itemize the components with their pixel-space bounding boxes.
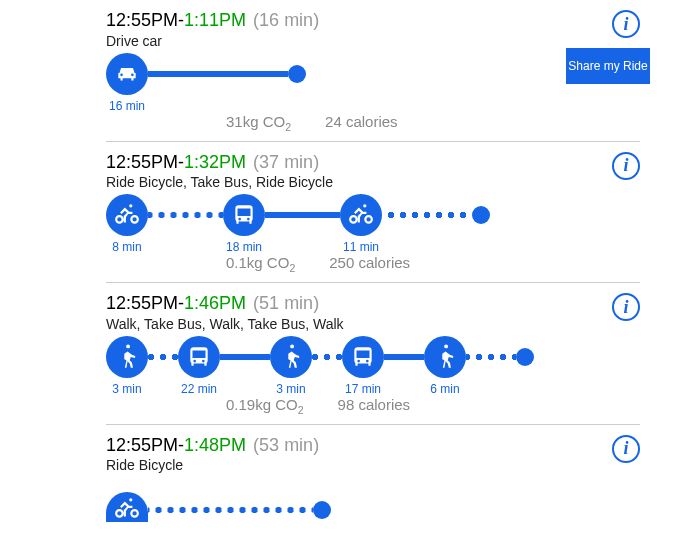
start-time: 12:55PM bbox=[106, 152, 178, 172]
connector bbox=[312, 354, 342, 360]
route-option[interactable]: 12:55PM-1:48PM (53 min) Ride Bicycle i bbox=[106, 425, 640, 535]
route-option[interactable]: 12:55PM-1:32PM (37 min) Ride Bicycle, Ta… bbox=[106, 142, 640, 284]
co2-stat: 0.1kg CO2 bbox=[226, 254, 295, 274]
segment-bar bbox=[106, 481, 640, 533]
route-stats: 31kg CO2 24 calories bbox=[226, 113, 640, 133]
connector bbox=[148, 71, 288, 77]
segment-duration: 11 min bbox=[343, 240, 379, 254]
end-time: 1:11PM bbox=[184, 10, 246, 30]
segment-bus: 17 min bbox=[342, 336, 384, 396]
segment-duration: 17 min bbox=[345, 382, 381, 396]
walk-icon bbox=[424, 336, 466, 378]
start-time: 12:55PM bbox=[106, 293, 178, 313]
route-description: Ride Bicycle, Take Bus, Ride Bicycle bbox=[106, 174, 640, 190]
info-icon[interactable]: i bbox=[612, 10, 640, 38]
segment-duration: 18 min bbox=[226, 240, 262, 254]
calories-stat: 98 calories bbox=[338, 396, 411, 416]
segment-duration: 8 min bbox=[112, 240, 141, 254]
trip-duration: (16 min) bbox=[253, 10, 319, 30]
connector bbox=[148, 507, 313, 513]
bike-icon bbox=[106, 492, 148, 522]
route-stats: 0.1kg CO2 250 calories bbox=[226, 254, 640, 274]
bike-icon bbox=[106, 194, 148, 236]
walk-icon bbox=[106, 336, 148, 378]
segment-duration: 3 min bbox=[276, 382, 305, 396]
bus-icon bbox=[342, 336, 384, 378]
end-time: 1:32PM bbox=[184, 152, 246, 172]
segment-bike: 8 min bbox=[106, 194, 148, 254]
trip-duration: (37 min) bbox=[253, 152, 319, 172]
segment-bus: 18 min bbox=[223, 194, 265, 254]
segment-bus: 22 min bbox=[178, 336, 220, 396]
destination-dot bbox=[288, 65, 306, 83]
co2-stat: 0.19kg CO2 bbox=[226, 396, 304, 416]
segment-bike: 11 min bbox=[340, 194, 382, 254]
segment-duration: 22 min bbox=[181, 382, 217, 396]
route-option[interactable]: 12:55PM-1:11PM (16 min) Drive car i Shar… bbox=[106, 0, 640, 142]
end-time: 1:48PM bbox=[184, 435, 246, 455]
calories-stat: 250 calories bbox=[329, 254, 410, 274]
segment-duration: 3 min bbox=[112, 382, 141, 396]
segment-bar: 3 min 22 min 3 min 17 min 6 min bbox=[106, 340, 640, 392]
bike-icon bbox=[340, 194, 382, 236]
segment-bar: 8 min 18 min 11 min bbox=[106, 198, 640, 250]
segment-duration: 6 min bbox=[430, 382, 459, 396]
bus-icon bbox=[178, 336, 220, 378]
trip-duration: (53 min) bbox=[253, 435, 319, 455]
co2-stat: 31kg CO2 bbox=[226, 113, 291, 133]
segment-walk: 6 min bbox=[424, 336, 466, 396]
connector bbox=[220, 354, 270, 360]
car-icon bbox=[106, 53, 148, 95]
start-time: 12:55PM bbox=[106, 10, 178, 30]
bus-icon bbox=[223, 194, 265, 236]
calories-stat: 24 calories bbox=[325, 113, 398, 133]
start-time: 12:55PM bbox=[106, 435, 178, 455]
time-row: 12:55PM-1:32PM (37 min) bbox=[106, 152, 640, 174]
route-option[interactable]: 12:55PM-1:46PM (51 min) Walk, Take Bus, … bbox=[106, 283, 640, 425]
connector bbox=[466, 354, 516, 360]
walk-icon bbox=[270, 336, 312, 378]
route-description: Ride Bicycle bbox=[106, 457, 640, 473]
trip-duration: (51 min) bbox=[253, 293, 319, 313]
segment-duration: 16 min bbox=[109, 99, 145, 113]
destination-dot bbox=[472, 206, 490, 224]
info-icon[interactable]: i bbox=[612, 293, 640, 321]
segment-bar: 16 min bbox=[106, 57, 640, 109]
time-row: 12:55PM-1:46PM (51 min) bbox=[106, 293, 640, 315]
share-ride-button[interactable]: Share my Ride bbox=[566, 48, 650, 84]
connector bbox=[265, 212, 340, 218]
route-description: Drive car bbox=[106, 33, 640, 49]
time-row: 12:55PM-1:11PM (16 min) bbox=[106, 10, 640, 32]
info-icon[interactable]: i bbox=[612, 435, 640, 463]
connector bbox=[148, 212, 223, 218]
route-description: Walk, Take Bus, Walk, Take Bus, Walk bbox=[106, 316, 640, 332]
info-icon[interactable]: i bbox=[612, 152, 640, 180]
destination-dot bbox=[516, 348, 534, 366]
segment-car: 16 min bbox=[106, 53, 148, 113]
connector bbox=[384, 354, 424, 360]
end-time: 1:46PM bbox=[184, 293, 246, 313]
connector bbox=[148, 354, 178, 360]
route-stats: 0.19kg CO2 98 calories bbox=[226, 396, 640, 416]
destination-dot bbox=[313, 501, 331, 519]
connector bbox=[382, 212, 472, 218]
segment-walk: 3 min bbox=[106, 336, 148, 396]
time-row: 12:55PM-1:48PM (53 min) bbox=[106, 435, 640, 457]
segment-bike bbox=[106, 492, 148, 522]
segment-walk: 3 min bbox=[270, 336, 312, 396]
